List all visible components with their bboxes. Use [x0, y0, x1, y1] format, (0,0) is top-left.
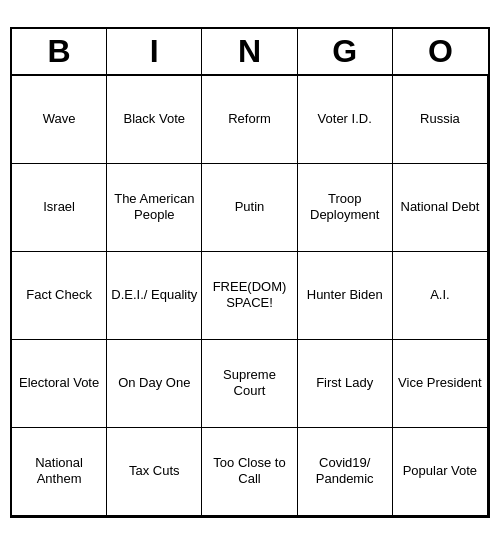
- cell-text: D.E.I./ Equality: [111, 287, 197, 303]
- bingo-cell: First Lady: [298, 340, 393, 428]
- cell-text: Tax Cuts: [129, 463, 180, 479]
- cell-text: On Day One: [118, 375, 190, 391]
- bingo-card: BINGO WaveBlack VoteReformVoter I.D.Russ…: [10, 27, 490, 518]
- bingo-cell: Popular Vote: [393, 428, 488, 516]
- bingo-cell: Wave: [12, 76, 107, 164]
- bingo-cell: Too Close to Call: [202, 428, 297, 516]
- header-letter: O: [393, 29, 488, 74]
- header-letter: B: [12, 29, 107, 74]
- cell-text: Voter I.D.: [318, 111, 372, 127]
- bingo-cell: Fact Check: [12, 252, 107, 340]
- cell-text: Too Close to Call: [206, 455, 292, 486]
- bingo-cell: Electoral Vote: [12, 340, 107, 428]
- cell-text: National Anthem: [16, 455, 102, 486]
- bingo-cell: Israel: [12, 164, 107, 252]
- cell-text: Electoral Vote: [19, 375, 99, 391]
- bingo-cell: Hunter Biden: [298, 252, 393, 340]
- bingo-cell: Voter I.D.: [298, 76, 393, 164]
- cell-text: Putin: [235, 199, 265, 215]
- cell-text: Black Vote: [124, 111, 185, 127]
- bingo-cell: Tax Cuts: [107, 428, 202, 516]
- cell-text: Troop Deployment: [302, 191, 388, 222]
- bingo-cell: Vice President: [393, 340, 488, 428]
- cell-text: Israel: [43, 199, 75, 215]
- bingo-cell: A.I.: [393, 252, 488, 340]
- cell-text: Wave: [43, 111, 76, 127]
- bingo-cell: Russia: [393, 76, 488, 164]
- bingo-cell: National Debt: [393, 164, 488, 252]
- cell-text: Popular Vote: [403, 463, 477, 479]
- bingo-cell: Covid19/ Pandemic: [298, 428, 393, 516]
- bingo-cell: Black Vote: [107, 76, 202, 164]
- header-letter: N: [202, 29, 297, 74]
- bingo-cell: On Day One: [107, 340, 202, 428]
- cell-text: National Debt: [401, 199, 480, 215]
- bingo-cell: D.E.I./ Equality: [107, 252, 202, 340]
- cell-text: Russia: [420, 111, 460, 127]
- bingo-header: BINGO: [12, 29, 488, 76]
- cell-text: Reform: [228, 111, 271, 127]
- cell-text: Vice President: [398, 375, 482, 391]
- cell-text: A.I.: [430, 287, 450, 303]
- bingo-cell: Troop Deployment: [298, 164, 393, 252]
- cell-text: First Lady: [316, 375, 373, 391]
- bingo-cell: The American People: [107, 164, 202, 252]
- cell-text: Hunter Biden: [307, 287, 383, 303]
- cell-text: Fact Check: [26, 287, 92, 303]
- bingo-cell: Supreme Court: [202, 340, 297, 428]
- bingo-cell: FREE(DOM) SPACE!: [202, 252, 297, 340]
- cell-text: FREE(DOM) SPACE!: [206, 279, 292, 310]
- bingo-cell: National Anthem: [12, 428, 107, 516]
- header-letter: I: [107, 29, 202, 74]
- bingo-cell: Putin: [202, 164, 297, 252]
- header-letter: G: [298, 29, 393, 74]
- bingo-cell: Reform: [202, 76, 297, 164]
- cell-text: The American People: [111, 191, 197, 222]
- bingo-grid: WaveBlack VoteReformVoter I.D.RussiaIsra…: [12, 76, 488, 516]
- cell-text: Covid19/ Pandemic: [302, 455, 388, 486]
- cell-text: Supreme Court: [206, 367, 292, 398]
